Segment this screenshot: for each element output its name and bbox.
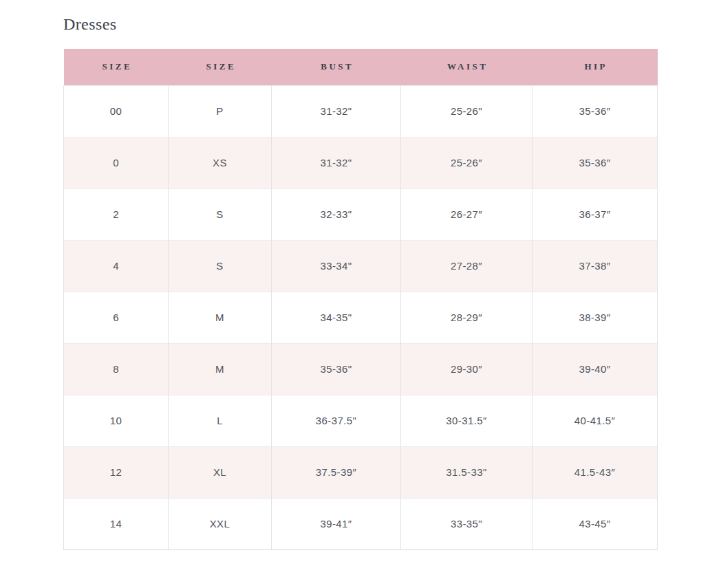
cell-size-numeric: 6	[64, 292, 169, 343]
size-chart-table: SIZE SIZE BUST WAIST HIP 00 P 31-32" 25-…	[63, 49, 658, 550]
cell-size-numeric: 2	[64, 188, 169, 240]
column-header-waist: WAIST	[401, 49, 532, 85]
table-header-row: SIZE SIZE BUST WAIST HIP	[64, 49, 658, 85]
table-row: 12 XL 37.5-39″ 31.5-33" 41.5-43″	[64, 446, 658, 498]
cell-size-numeric: 10	[64, 395, 169, 446]
cell-hip: 35-36″	[532, 85, 658, 137]
cell-waist: 29-30″	[401, 343, 532, 395]
table-row: 2 S 32-33" 26-27″ 36-37″	[64, 188, 658, 240]
cell-size-letter: P	[169, 85, 272, 137]
column-header-bust: BUST	[272, 49, 401, 85]
page-title: Dresses	[63, 14, 657, 34]
cell-size-numeric: 14	[64, 498, 169, 549]
cell-waist: 30-31.5″	[401, 395, 532, 446]
cell-size-numeric: 0	[64, 137, 169, 188]
cell-size-letter: S	[169, 188, 272, 240]
table-row: 00 P 31-32" 25-26" 35-36″	[64, 85, 658, 137]
table-row: 6 M 34-35" 28-29″ 38-39″	[64, 292, 658, 343]
cell-hip: 41.5-43″	[532, 446, 658, 498]
cell-waist: 33-35"	[401, 498, 532, 549]
cell-waist: 25-26"	[401, 85, 532, 137]
cell-size-letter: XS	[169, 137, 272, 188]
cell-waist: 31.5-33"	[401, 446, 532, 498]
cell-bust: 31-32"	[272, 137, 401, 188]
column-header-size-numeric: SIZE	[64, 49, 169, 85]
cell-waist: 27-28″	[401, 240, 532, 292]
cell-bust: 37.5-39″	[272, 446, 401, 498]
cell-size-letter: XL	[169, 446, 272, 498]
cell-bust: 36-37.5"	[272, 395, 401, 446]
cell-size-letter: M	[169, 343, 272, 395]
cell-size-numeric: 12	[64, 446, 169, 498]
cell-bust: 39-41″	[272, 498, 401, 549]
cell-size-letter: L	[169, 395, 272, 446]
cell-bust: 33-34"	[272, 240, 401, 292]
cell-hip: 35-36″	[532, 137, 658, 188]
cell-size-numeric: 4	[64, 240, 169, 292]
table-row: 8 M 35-36" 29-30″ 39-40″	[64, 343, 658, 395]
table-row: 10 L 36-37.5" 30-31.5″ 40-41.5″	[64, 395, 658, 446]
size-guide-section: Dresses SIZE SIZE BUST WAIST HIP 00 P 31…	[63, 14, 657, 550]
cell-size-letter: XXL	[169, 498, 272, 549]
cell-hip: 36-37″	[532, 188, 658, 240]
cell-hip: 39-40″	[532, 343, 658, 395]
cell-bust: 31-32"	[272, 85, 401, 137]
cell-bust: 35-36"	[272, 343, 401, 395]
cell-waist: 28-29″	[401, 292, 532, 343]
cell-size-numeric: 8	[64, 343, 169, 395]
cell-waist: 26-27″	[401, 188, 532, 240]
column-header-hip: HIP	[532, 49, 658, 85]
cell-hip: 40-41.5″	[532, 395, 658, 446]
cell-hip: 37-38″	[532, 240, 658, 292]
cell-size-letter: M	[169, 292, 272, 343]
cell-size-numeric: 00	[64, 85, 169, 137]
cell-hip: 38-39″	[532, 292, 658, 343]
cell-hip: 43-45″	[532, 498, 658, 549]
cell-bust: 34-35"	[272, 292, 401, 343]
table-row: 0 XS 31-32" 25-26″ 35-36″	[64, 137, 658, 188]
column-header-size-letter: SIZE	[169, 49, 272, 85]
cell-bust: 32-33"	[272, 188, 401, 240]
table-row: 14 XXL 39-41″ 33-35" 43-45″	[64, 498, 658, 549]
cell-waist: 25-26″	[401, 137, 532, 188]
cell-size-letter: S	[169, 240, 272, 292]
table-row: 4 S 33-34" 27-28″ 37-38″	[64, 240, 658, 292]
